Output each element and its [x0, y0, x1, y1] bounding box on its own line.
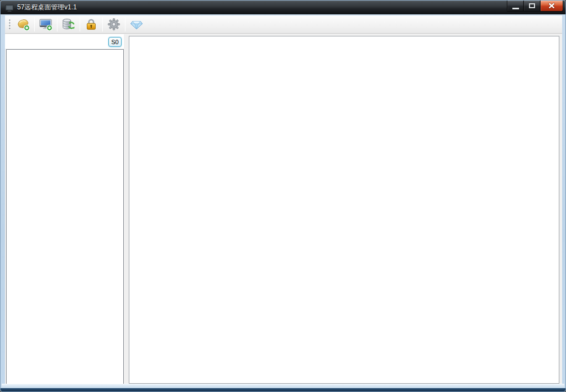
- refresh-data-button[interactable]: [60, 16, 77, 33]
- diamond-icon: [129, 17, 144, 31]
- maximize-icon: [529, 3, 535, 8]
- app-window: 57远程桌面管理v1.1: [0, 0, 566, 392]
- toolbar-separator: [102, 17, 103, 31]
- settings-button[interactable]: [106, 16, 122, 33]
- toolbar-separator: [80, 17, 80, 31]
- toolbar: [5, 15, 562, 34]
- minimize-button[interactable]: [507, 1, 524, 12]
- toolbar-separator: [34, 17, 35, 31]
- minimize-icon: [512, 8, 519, 9]
- gear-icon: [107, 17, 121, 31]
- database-refresh-icon: [61, 17, 76, 31]
- add-computer-icon: [39, 17, 53, 31]
- window-frame-edge: [1, 388, 565, 391]
- padlock-icon: [84, 17, 98, 31]
- close-button[interactable]: [540, 1, 563, 12]
- main-panel[interactable]: [129, 36, 559, 384]
- monitor-icon: [5, 3, 14, 12]
- add-computer-button[interactable]: [38, 16, 54, 33]
- sidebar-tree[interactable]: [6, 49, 124, 384]
- lock-button[interactable]: [83, 16, 99, 33]
- close-icon: [548, 2, 555, 9]
- s0-button[interactable]: S0: [108, 37, 122, 47]
- client-area: S0: [5, 15, 562, 386]
- toolbar-separator: [125, 17, 125, 31]
- toolbar-gripper[interactable]: [9, 19, 11, 30]
- titlebar[interactable]: 57远程桌面管理v1.1: [1, 1, 566, 14]
- caption-buttons: [507, 1, 563, 12]
- window-title: 57远程桌面管理v1.1: [17, 3, 77, 12]
- window-frame-bottom: [2, 384, 564, 388]
- vip-button[interactable]: [128, 16, 145, 33]
- add-group-icon: [16, 17, 30, 31]
- toolbar-separator: [57, 17, 57, 31]
- add-group-button[interactable]: [15, 16, 32, 33]
- maximize-button[interactable]: [523, 1, 541, 12]
- sidebar-header: S0: [5, 34, 124, 49]
